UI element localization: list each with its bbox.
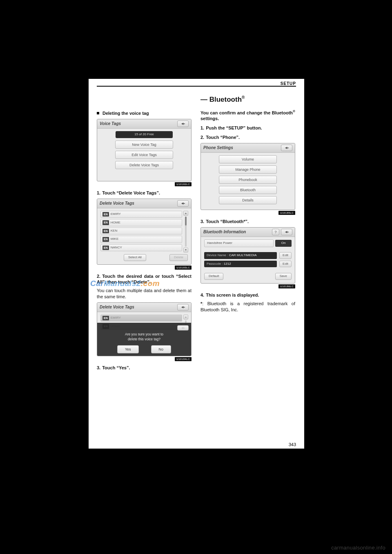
lang-chip: EN xyxy=(102,229,109,233)
site-watermark: carmanualsonline.info xyxy=(331,545,385,551)
delete-button[interactable]: Delete xyxy=(169,254,188,261)
titlebar: Delete Voice Tags xyxy=(97,199,191,208)
screen-body: 15 of 20 Free New Voice Tag Edit Voice T… xyxy=(97,129,191,181)
btn-phonebook[interactable]: Phonebook xyxy=(219,176,277,184)
left-heading-text: Deleting the voice tag xyxy=(102,111,149,116)
r-step-3: 3.Touch “Bluetooth*”. xyxy=(200,219,295,225)
scroll-track[interactable] xyxy=(185,217,187,247)
btn-details[interactable]: Details xyxy=(219,196,277,204)
bluetooth-title: — Bluetooth® xyxy=(200,95,295,105)
screen-delete-confirm: Delete Voice Tags ENEMIRY ENHOME xyxy=(97,302,192,356)
back-button[interactable] xyxy=(281,229,292,235)
counter-pill: 15 of 20 Free xyxy=(116,131,173,138)
lang-chip: EN xyxy=(102,246,109,250)
device-name-field: Device Name : CAR MULTIMEDIA xyxy=(204,252,277,259)
edit-passcode-button[interactable]: Edit xyxy=(279,261,292,268)
btn-bluetooth[interactable]: Bluetooth xyxy=(219,186,277,194)
screen-voice-tags: Voice Tags 15 of 20 Free New Voice Tag E… xyxy=(97,119,192,181)
no-button[interactable]: No xyxy=(151,345,172,353)
screen-delete-list: Delete Voice Tags ENEMIRY ENHOME ENKEN xyxy=(97,199,192,265)
list-item[interactable]: ENHOME xyxy=(100,219,182,226)
select-all-button[interactable]: Select All xyxy=(124,254,146,261)
section-header: SETUP xyxy=(97,81,296,86)
figure-delete-confirm: Delete Voice Tags ENEMIRY ENHOME xyxy=(97,302,192,362)
canvas: SETUP Deleting the voice tag Voice Tags xyxy=(0,0,392,554)
step-2: 2.Touch the desired data or touch “Selec… xyxy=(97,273,192,286)
list-item[interactable]: ENNANCY xyxy=(100,244,182,251)
list-item[interactable]: ENKEN xyxy=(100,228,182,235)
scroll-up-icon[interactable] xyxy=(183,211,188,216)
screen-title: Phone Settings xyxy=(203,145,233,151)
back-arrow-icon xyxy=(180,122,186,125)
screen-title: Bluetooth Information xyxy=(203,229,246,235)
back-arrow-icon xyxy=(284,230,290,234)
r-step-2: 2.Touch “Phone”. xyxy=(200,134,295,141)
left-column: Deleting the voice tag Voice Tags 15 of … xyxy=(97,106,192,373)
figure-code: U10183LC xyxy=(97,264,192,270)
screen-body: Volume Manage Phone Phonebook Bluetooth … xyxy=(201,153,295,210)
screen-phone-settings: Phone Settings Volume Manage Phone Phone… xyxy=(200,143,295,210)
footnote: *: Bluetooth is a registered trademark o… xyxy=(200,301,295,313)
back-arrow-icon xyxy=(180,306,186,309)
titlebar: Bluetooth Information ? xyxy=(201,228,295,237)
btn-volume[interactable]: Volume xyxy=(219,155,277,163)
back-button[interactable] xyxy=(177,121,189,127)
manual-page: SETUP Deleting the voice tag Voice Tags xyxy=(89,79,304,449)
back-button[interactable] xyxy=(281,145,292,151)
screen-title: Delete Voice Tags xyxy=(100,304,134,310)
btn-manage-phone[interactable]: Manage Phone xyxy=(219,165,277,174)
scroll-thumb[interactable] xyxy=(185,217,187,226)
btn-new-voice-tag[interactable]: New Voice Tag xyxy=(115,141,173,149)
lang-chip: EN xyxy=(102,237,109,241)
screen-title: Delete Voice Tags xyxy=(100,201,134,206)
modal-text: Are you sure you want to delete this voi… xyxy=(125,332,163,342)
bullet-icon xyxy=(97,112,99,114)
page-number: 343 xyxy=(289,442,296,447)
scroll-down-icon[interactable] xyxy=(183,248,188,252)
default-button[interactable]: Default xyxy=(204,273,223,280)
figure-code: U10182LC xyxy=(97,181,192,187)
btn-edit-voice-tags[interactable]: Edit Voice Tags xyxy=(115,151,173,159)
save-button[interactable]: Save xyxy=(275,273,292,280)
figure-code: U10184LC xyxy=(97,355,192,362)
btn-delete-voice-tags[interactable]: Delete Voice Tags xyxy=(115,161,173,169)
figure-bluetooth-info: Bluetooth Information ? Handsfree Power xyxy=(200,227,295,289)
r-step-1: 1.Push the “SETUP” button. xyxy=(200,125,295,131)
figure-delete-list: Delete Voice Tags ENEMIRY ENHOME ENKEN xyxy=(97,199,192,270)
titlebar: Phone Settings xyxy=(201,143,295,153)
figure-voice-tags: Voice Tags 15 of 20 Free New Voice Tag E… xyxy=(97,119,192,187)
back-button[interactable] xyxy=(177,200,189,207)
titlebar: Voice Tags xyxy=(97,119,191,129)
screen-title: Voice Tags xyxy=(100,121,121,127)
list-item[interactable]: ENMIKE xyxy=(100,236,182,243)
confirm-modal: Are you sure you want to delete this voi… xyxy=(97,323,191,356)
lang-chip: EN xyxy=(102,220,109,225)
intro-line: You can confirm and change the Bluetooth… xyxy=(200,109,295,122)
figure-phone-settings: Phone Settings Volume Manage Phone Phone… xyxy=(200,143,295,216)
figure-code: U10185LC xyxy=(200,209,295,215)
handsfree-label: Handsfree Power xyxy=(204,239,274,247)
back-arrow-icon xyxy=(180,326,186,330)
handsfree-toggle[interactable]: On xyxy=(275,240,292,247)
yes-button[interactable]: Yes xyxy=(117,345,139,353)
back-button[interactable] xyxy=(177,304,189,311)
figure-code: U10186LC xyxy=(200,283,295,289)
list-item: ENEMIRY xyxy=(100,315,182,322)
step-3: 3.Touch “Yes”. xyxy=(97,365,192,371)
right-column: — Bluetooth® You can confirm and change … xyxy=(200,106,295,373)
titlebar: Delete Voice Tags xyxy=(97,303,191,312)
back-arrow-icon xyxy=(180,202,186,205)
scrollbar[interactable] xyxy=(184,211,188,252)
help-button[interactable]: ? xyxy=(272,229,279,235)
screen-bluetooth-info: Bluetooth Information ? Handsfree Power xyxy=(200,227,295,284)
modal-back-button[interactable] xyxy=(177,325,189,331)
lang-chip: EN xyxy=(102,316,109,320)
screen-body: Handsfree Power On Device Name : CAR MUL… xyxy=(201,237,295,283)
passcode-field: Passcode : 1212 xyxy=(204,261,277,268)
edit-device-name-button[interactable]: Edit xyxy=(279,252,292,259)
list-item[interactable]: ENEMIRY xyxy=(100,211,182,218)
r-step-4: 4.This screen is displayed. xyxy=(200,292,295,298)
screen-body: ENEMIRY ENHOME ENKEN ENMIKE ENNANCY xyxy=(97,208,191,264)
two-columns: Deleting the voice tag Voice Tags 15 of … xyxy=(97,106,296,373)
back-arrow-icon xyxy=(284,146,290,150)
